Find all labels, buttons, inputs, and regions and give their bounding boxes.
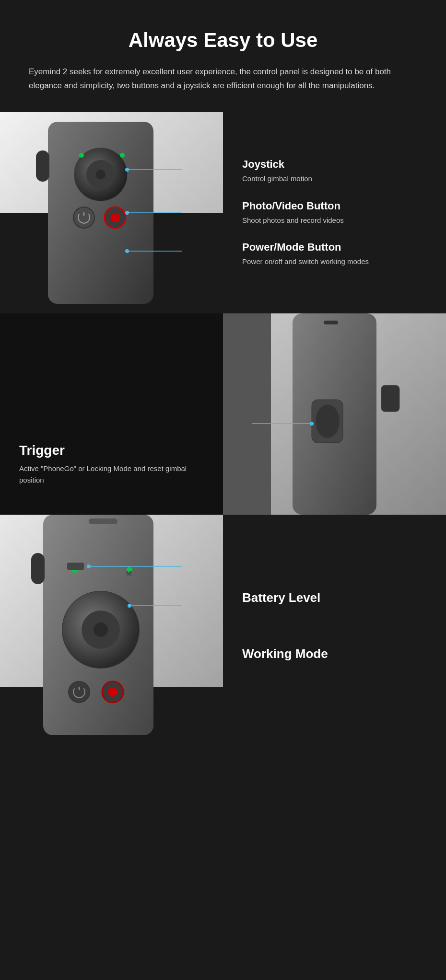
svg-point-45 — [87, 565, 91, 568]
svg-point-14 — [125, 168, 129, 172]
header-section: Always Easy to Use Eyemind 2 seeks for e… — [0, 0, 446, 112]
trigger-title: Trigger — [19, 443, 204, 458]
svg-point-43 — [108, 687, 117, 697]
svg-point-27 — [310, 422, 314, 426]
svg-point-40 — [94, 623, 108, 637]
svg-point-9 — [120, 153, 125, 158]
svg-point-47 — [128, 604, 131, 608]
battery-level-info: Battery Level — [242, 590, 427, 608]
svg-rect-35 — [67, 563, 84, 570]
page-wrapper: Always Easy to Use Eyemind 2 seeks for e… — [0, 0, 446, 740]
svg-point-23 — [316, 404, 340, 438]
header-description: Eyemind 2 seeks for extremely excellent … — [29, 65, 417, 93]
svg-point-16 — [125, 211, 129, 215]
device-bottom-image: M — [0, 515, 223, 740]
row2: Trigger Active "PhoneGo" or Locking Mode… — [0, 313, 446, 515]
svg-text:M: M — [126, 569, 132, 577]
svg-rect-24 — [324, 321, 338, 324]
battery-level-title: Battery Level — [242, 590, 427, 605]
svg-point-18 — [125, 249, 129, 253]
svg-rect-32 — [89, 519, 117, 524]
photo-video-title: Photo/Video Button — [242, 200, 427, 212]
svg-point-12 — [110, 213, 120, 222]
power-mode-title: Power/Mode Button — [242, 241, 427, 254]
trigger-info: Trigger Active "PhoneGo" or Locking Mode… — [19, 443, 204, 486]
power-mode-info: Power/Mode Button Power on/off and switc… — [242, 241, 427, 267]
row2-trigger-info: Trigger Active "PhoneGo" or Locking Mode… — [0, 313, 223, 515]
trigger-desc: Active "PhoneGo" or Locking Mode and res… — [19, 463, 204, 486]
svg-rect-31 — [31, 553, 45, 584]
svg-rect-20 — [223, 313, 271, 515]
device-top-image — [0, 112, 223, 313]
photo-video-info: Photo/Video Button Shoot photos and reco… — [242, 200, 427, 226]
working-mode-info: Working Mode — [242, 646, 427, 664]
photo-video-desc: Shoot photos and record videos — [242, 215, 427, 226]
row3: M — [0, 515, 446, 740]
svg-point-8 — [79, 153, 84, 158]
row1: Joystick Control gimbal motion Photo/Vid… — [0, 112, 446, 313]
joystick-info: Joystick Control gimbal motion — [242, 158, 427, 184]
joystick-desc: Control gimbal motion — [242, 173, 427, 184]
svg-rect-3 — [36, 150, 49, 182]
svg-point-41 — [69, 681, 90, 703]
joystick-title: Joystick — [242, 158, 427, 171]
row3-info: Battery Level Working Mode — [223, 515, 446, 740]
page-title: Always Easy to Use — [29, 29, 417, 52]
device-side-image — [223, 313, 446, 515]
svg-point-10 — [73, 207, 94, 228]
svg-rect-25 — [381, 385, 399, 412]
svg-point-7 — [96, 170, 106, 179]
power-mode-desc: Power on/off and switch working modes — [242, 256, 427, 267]
working-mode-title: Working Mode — [242, 646, 427, 661]
row1-info: Joystick Control gimbal motion Photo/Vid… — [223, 112, 446, 313]
